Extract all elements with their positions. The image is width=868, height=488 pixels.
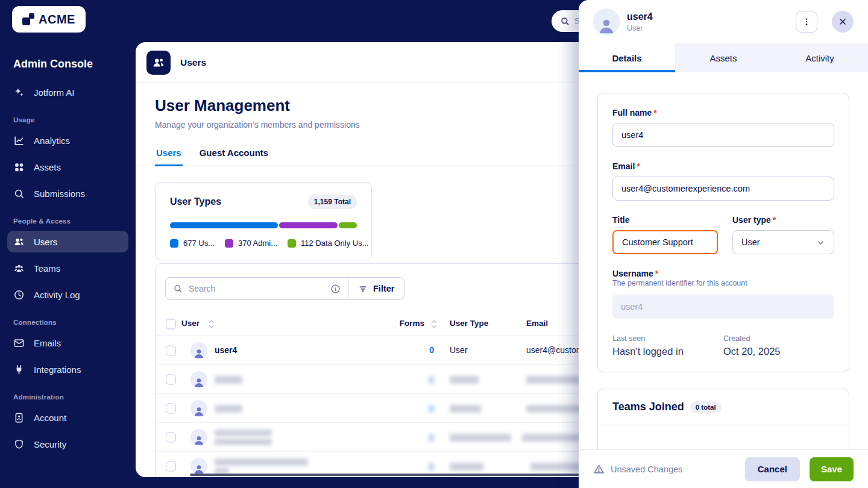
legend-swatch-blue bbox=[170, 239, 178, 248]
sidebar-title: Admin Console bbox=[13, 58, 128, 70]
user-types-card: User Types 1,159 Total 677 Us... 370 Adm… bbox=[155, 182, 372, 260]
avatar bbox=[190, 429, 207, 446]
title-label: Title bbox=[612, 215, 718, 225]
filter-button[interactable]: Filter bbox=[348, 277, 404, 300]
column-email[interactable]: Email bbox=[526, 319, 548, 328]
sidebar-item-teams[interactable]: Teams bbox=[7, 257, 128, 279]
sidebar-item-label: Integrations bbox=[34, 364, 81, 375]
sidebar-item-label: Security bbox=[34, 439, 66, 449]
search-icon bbox=[560, 16, 570, 26]
redacted-email bbox=[530, 463, 582, 471]
sidebar-section-connections: Connections bbox=[13, 319, 128, 326]
row-forms-count[interactable]: 0 bbox=[397, 345, 434, 355]
row-user-name[interactable]: user4 bbox=[215, 345, 237, 355]
user-details-form: Full name* Email* Title User type* bbox=[597, 93, 849, 372]
sidebar-item-integrations[interactable]: Integrations bbox=[7, 358, 128, 380]
redacted-type bbox=[450, 463, 483, 471]
row-checkbox[interactable] bbox=[166, 432, 176, 442]
close-button[interactable] bbox=[832, 11, 854, 33]
user-types-title: User Types bbox=[170, 196, 221, 207]
user-types-bar bbox=[170, 222, 357, 228]
sidebar-item-label: Analytics bbox=[34, 136, 70, 146]
redacted-forms bbox=[429, 463, 434, 471]
cancel-button[interactable]: Cancel bbox=[745, 457, 800, 481]
redacted-type bbox=[450, 434, 511, 442]
user-types-legend: 677 Us... 370 Admi... 112 Data Only Us..… bbox=[170, 239, 357, 248]
user-details-drawer: user4 User Details Assets Activity Full … bbox=[579, 0, 868, 488]
users-icon bbox=[13, 236, 25, 248]
legend-label: 677 Us... bbox=[183, 239, 215, 248]
sidebar-item-label: Users bbox=[34, 237, 57, 247]
sidebar-item-jotform-ai[interactable]: Jotform AI bbox=[7, 81, 128, 103]
table-search-input[interactable] bbox=[189, 284, 324, 293]
unsaved-changes-text: Unsaved Changes bbox=[611, 465, 682, 474]
save-button[interactable]: Save bbox=[810, 457, 854, 481]
sidebar-item-assets[interactable]: Assets bbox=[7, 156, 128, 178]
unsaved-changes-status: Unsaved Changes bbox=[593, 463, 682, 475]
redacted-name bbox=[215, 430, 272, 436]
full-name-field[interactable] bbox=[612, 123, 834, 147]
required-mark: * bbox=[773, 215, 776, 225]
sidebar-item-emails[interactable]: Emails bbox=[7, 332, 128, 354]
sidebar-item-activity-log[interactable]: Activity Log bbox=[7, 284, 128, 305]
user-type-select[interactable]: User bbox=[732, 230, 834, 254]
sidebar-item-users[interactable]: Users bbox=[7, 231, 128, 252]
bar-segment-data-only bbox=[339, 222, 357, 228]
avatar bbox=[190, 458, 207, 475]
email-field[interactable] bbox=[612, 177, 834, 201]
acme-logo[interactable]: ACME bbox=[12, 6, 86, 33]
avatar bbox=[190, 371, 207, 388]
row-checkbox[interactable] bbox=[166, 403, 176, 413]
tab-assets[interactable]: Assets bbox=[675, 43, 772, 72]
redacted-forms bbox=[429, 376, 434, 384]
sparkles-icon bbox=[13, 87, 25, 98]
close-icon bbox=[838, 17, 847, 26]
row-checkbox[interactable] bbox=[166, 345, 176, 355]
legend-swatch-purple bbox=[225, 239, 233, 248]
sidebar-item-label: Jotform AI bbox=[34, 87, 75, 98]
row-checkbox[interactable] bbox=[166, 374, 176, 384]
sidebar-item-label: Activity Log bbox=[34, 290, 80, 300]
row-checkbox[interactable] bbox=[166, 461, 176, 471]
sort-icon-forms[interactable] bbox=[429, 318, 439, 330]
teams-icon bbox=[13, 263, 25, 274]
sort-icon-user[interactable] bbox=[207, 318, 216, 330]
legend-swatch-green bbox=[288, 239, 296, 248]
plug-icon bbox=[13, 364, 25, 375]
bar-segment-users bbox=[170, 222, 278, 228]
user-types-total-badge: 1,159 Total bbox=[308, 195, 357, 209]
created-label: Created bbox=[723, 334, 834, 343]
filter-label: Filter bbox=[373, 284, 394, 293]
select-all-checkbox[interactable] bbox=[166, 319, 176, 330]
mail-icon bbox=[13, 337, 25, 349]
title-field[interactable] bbox=[612, 230, 718, 254]
teams-count-badge: 0 total bbox=[690, 401, 722, 413]
last-seen-label: Last seen bbox=[612, 334, 723, 343]
sidebar-item-account[interactable]: Account bbox=[7, 407, 128, 428]
redacted-email bbox=[526, 376, 582, 384]
info-icon[interactable] bbox=[330, 284, 341, 294]
tab-guest-accounts[interactable]: Guest Accounts bbox=[198, 142, 269, 166]
tab-activity[interactable]: Activity bbox=[772, 43, 868, 72]
redacted-email bbox=[526, 405, 585, 413]
warning-icon bbox=[593, 463, 605, 475]
tab-users[interactable]: Users bbox=[155, 142, 183, 166]
sidebar-item-label: Assets bbox=[34, 162, 61, 172]
username-label: Username* bbox=[612, 269, 834, 278]
column-user-type[interactable]: User Type bbox=[450, 319, 488, 328]
sidebar-item-label: Submissions bbox=[34, 189, 85, 199]
column-user[interactable]: User bbox=[181, 319, 200, 328]
redacted-name bbox=[215, 405, 242, 413]
sidebar-item-analytics[interactable]: Analytics bbox=[7, 130, 128, 151]
drawer-user-name: user4 bbox=[627, 11, 653, 22]
tab-details[interactable]: Details bbox=[579, 43, 675, 72]
more-options-button[interactable] bbox=[796, 11, 817, 33]
bar-segment-admins bbox=[279, 222, 338, 228]
sidebar-item-security[interactable]: Security bbox=[7, 433, 128, 455]
teams-joined-title: Teams Joined bbox=[612, 401, 684, 413]
user-type-value: User bbox=[741, 237, 760, 247]
avatar bbox=[190, 400, 207, 417]
sidebar-item-submissions[interactable]: Submissions bbox=[7, 183, 128, 204]
full-name-label: Full name* bbox=[612, 108, 834, 117]
column-forms[interactable]: Forms bbox=[397, 319, 424, 328]
